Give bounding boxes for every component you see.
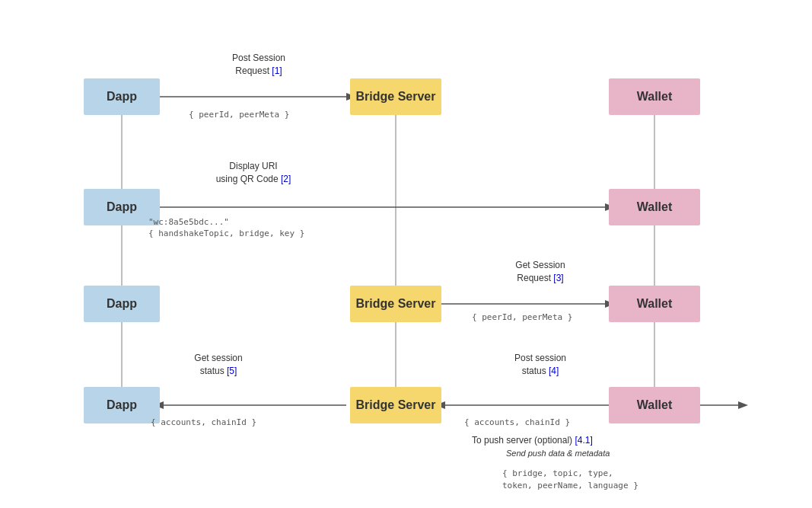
wallet-label-4: Wallet <box>637 398 673 412</box>
bridge-label-1: Bridge Server <box>356 90 436 104</box>
bridge-box-3: Bridge Server <box>350 387 441 423</box>
step2-label: Display URIusing QR Code [2] <box>189 160 318 186</box>
bridge-box-1: Bridge Server <box>350 78 441 115</box>
wallet-box-4: Wallet <box>609 387 700 423</box>
code4: { accounts, chainId } <box>464 417 570 427</box>
step3-link: [3] <box>553 273 563 283</box>
code3: { peerId, peerMeta } <box>472 312 572 322</box>
step41-label: To push server (optional) [4.1] <box>472 434 723 447</box>
step3-label: Get SessionRequest [3] <box>483 259 597 285</box>
dapp-label-2: Dapp <box>107 200 137 214</box>
wallet-label-2: Wallet <box>637 200 673 214</box>
dapp-label-4: Dapp <box>107 398 137 412</box>
code41a: { bridge, topic, type, <box>502 468 613 478</box>
step5-label: Get sessionstatus [5] <box>161 352 275 378</box>
bridge-label-3: Bridge Server <box>356 398 436 412</box>
step4-label: Post sessionstatus [4] <box>483 352 597 378</box>
step1-link: [1] <box>272 65 282 76</box>
step41-sub: Send push data & metadata <box>506 448 719 459</box>
wallet-label-3: Wallet <box>637 297 673 311</box>
code2a: "wc:8a5e5bdc..." <box>148 217 229 227</box>
diagram-svg <box>0 0 812 508</box>
dapp-box-1: Dapp <box>84 78 160 115</box>
bridge-box-2: Bridge Server <box>350 286 441 322</box>
code2b: { handshakeTopic, bridge, key } <box>148 228 304 238</box>
dapp-label-3: Dapp <box>107 297 137 311</box>
step41-link: [4.1] <box>575 435 592 446</box>
svg-marker-15 <box>738 401 748 409</box>
wallet-box-2: Wallet <box>609 189 700 225</box>
bridge-label-2: Bridge Server <box>356 297 436 311</box>
code41b: token, peerName, language } <box>502 481 638 490</box>
dapp-box-3: Dapp <box>84 286 160 322</box>
code1: { peerId, peerMeta } <box>189 110 289 120</box>
dapp-label-1: Dapp <box>107 90 137 104</box>
step1-label: Post SessionRequest [1] <box>205 52 312 78</box>
step5-link: [5] <box>227 366 237 376</box>
step2-link: [2] <box>281 174 291 184</box>
diagram-container: Dapp Dapp Dapp Dapp Bridge Server Bridge… <box>0 0 812 508</box>
dapp-box-4: Dapp <box>84 387 160 423</box>
wallet-box-3: Wallet <box>609 286 700 322</box>
wallet-box-1: Wallet <box>609 78 700 115</box>
step4-link: [4] <box>549 366 559 376</box>
wallet-label-1: Wallet <box>637 90 673 104</box>
code5: { accounts, chainId } <box>151 417 256 427</box>
